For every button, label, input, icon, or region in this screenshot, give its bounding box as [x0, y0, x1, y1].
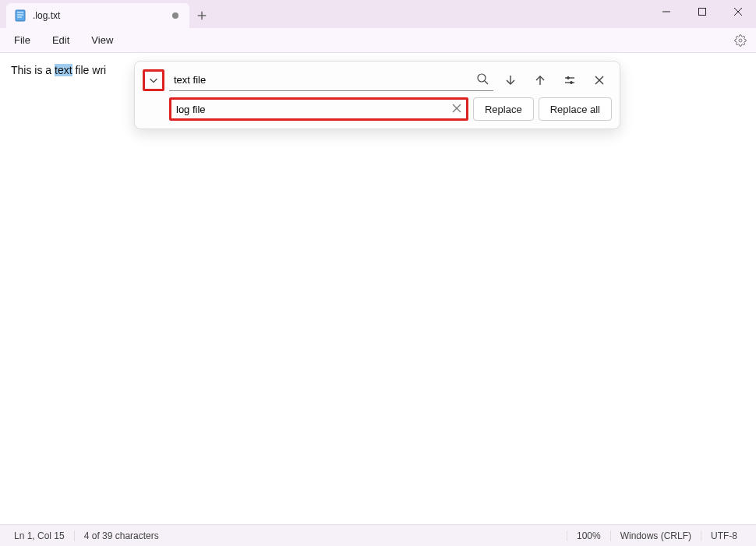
- status-zoom[interactable]: 100%: [567, 530, 610, 541]
- svg-point-11: [478, 74, 486, 82]
- notepad-icon: [14, 9, 26, 22]
- menu-edit[interactable]: Edit: [41, 31, 80, 49]
- toggle-replace-button[interactable]: [143, 69, 164, 91]
- find-input-wrap: [169, 69, 493, 91]
- status-position[interactable]: Ln 1, Col 15: [9, 530, 74, 541]
- clear-replace-button[interactable]: [452, 102, 461, 116]
- status-characters[interactable]: 4 of 39 characters: [74, 530, 168, 541]
- find-options-button[interactable]: [557, 69, 582, 91]
- svg-point-10: [739, 39, 742, 42]
- find-input[interactable]: [174, 74, 472, 86]
- statusbar: Ln 1, Col 15 4 of 39 characters 100% Win…: [0, 524, 756, 546]
- tabs-area: .log.txt: [0, 3, 648, 28]
- svg-point-18: [571, 82, 573, 84]
- tab-title: .log.txt: [33, 10, 166, 21]
- window-controls: [648, 0, 756, 28]
- maximize-button[interactable]: [684, 0, 720, 23]
- replace-all-button[interactable]: Replace all: [539, 97, 612, 121]
- find-next-button[interactable]: [498, 69, 523, 91]
- status-encoding[interactable]: UTF-8: [701, 530, 747, 541]
- replace-input[interactable]: [176, 104, 447, 115]
- replace-input-wrap: [169, 97, 468, 121]
- document-tab[interactable]: .log.txt: [6, 3, 189, 28]
- find-row: [143, 69, 612, 91]
- menu-view[interactable]: View: [80, 31, 124, 49]
- settings-button[interactable]: [728, 28, 753, 53]
- replace-button[interactable]: Replace: [473, 97, 534, 121]
- minimize-button[interactable]: [648, 0, 684, 23]
- search-icon: [476, 72, 489, 88]
- editor-text-prefix: This is a: [11, 64, 55, 76]
- new-tab-button[interactable]: [189, 3, 214, 28]
- svg-line-12: [485, 81, 488, 84]
- svg-rect-7: [699, 9, 706, 16]
- unsaved-dot-icon: [172, 12, 178, 19]
- svg-point-17: [567, 77, 570, 79]
- close-find-button[interactable]: [587, 69, 612, 91]
- close-button[interactable]: [720, 0, 756, 23]
- find-previous-button[interactable]: [528, 69, 553, 91]
- svg-rect-0: [16, 10, 25, 21]
- find-replace-panel: Replace Replace all: [134, 61, 620, 129]
- titlebar: .log.txt: [0, 0, 756, 28]
- menubar: File Edit View: [0, 28, 756, 53]
- editor-text-highlight: text: [55, 64, 72, 76]
- menu-file[interactable]: File: [3, 31, 41, 49]
- editor-text-suffix: file wri: [72, 64, 107, 76]
- status-line-ending[interactable]: Windows (CRLF): [610, 530, 701, 541]
- replace-row: Replace Replace all: [143, 97, 612, 121]
